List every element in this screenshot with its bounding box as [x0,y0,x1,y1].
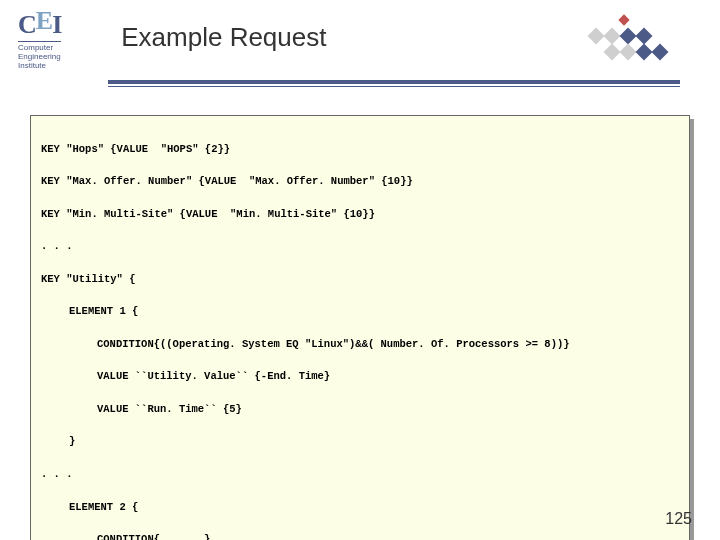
code-line: VALUE ``Utility. Value`` {-End. Time} [41,368,679,384]
slide-header: CEI Computer Engineering Institute Examp… [0,0,720,70]
header-decoration-icon [580,12,680,62]
code-line: CONDITION{ . . . } [41,531,679,540]
code-content: KEY "Hops" {VALUE "HOPS" {2}} KEY "Max. … [30,115,690,540]
code-line: . . . [41,466,679,482]
code-line: KEY "Hops" {VALUE "HOPS" {2}} [41,141,679,157]
code-line: KEY "Min. Multi-Site" {VALUE "Min. Multi… [41,206,679,222]
page-number: 125 [665,510,692,528]
code-line: . . . [41,238,679,254]
cei-logo: CEI Computer Engineering Institute [18,12,61,70]
code-block: KEY "Hops" {VALUE "HOPS" {2}} KEY "Max. … [30,115,690,540]
logo-sub-line3: Institute [18,62,61,71]
code-line: VALUE ``Run. Time`` {5} [41,401,679,417]
code-line: CONDITION{((Operating. System EQ "Linux"… [41,336,679,352]
slide-title: Example Request [101,12,580,53]
logo-letter-e: E [36,6,52,35]
logo-subtitle: Computer Engineering Institute [18,41,61,70]
title-underline [108,80,680,87]
logo-letter-c: C [18,10,36,39]
logo-acronym: CEI [18,12,61,38]
code-line: } [41,433,679,449]
code-line: KEY "Max. Offer. Number" {VALUE "Max. Of… [41,173,679,189]
code-line: ELEMENT 2 { [41,499,679,515]
code-line: KEY "Utility" { [41,271,679,287]
logo-letter-i: I [52,10,61,39]
code-line: ELEMENT 1 { [41,303,679,319]
